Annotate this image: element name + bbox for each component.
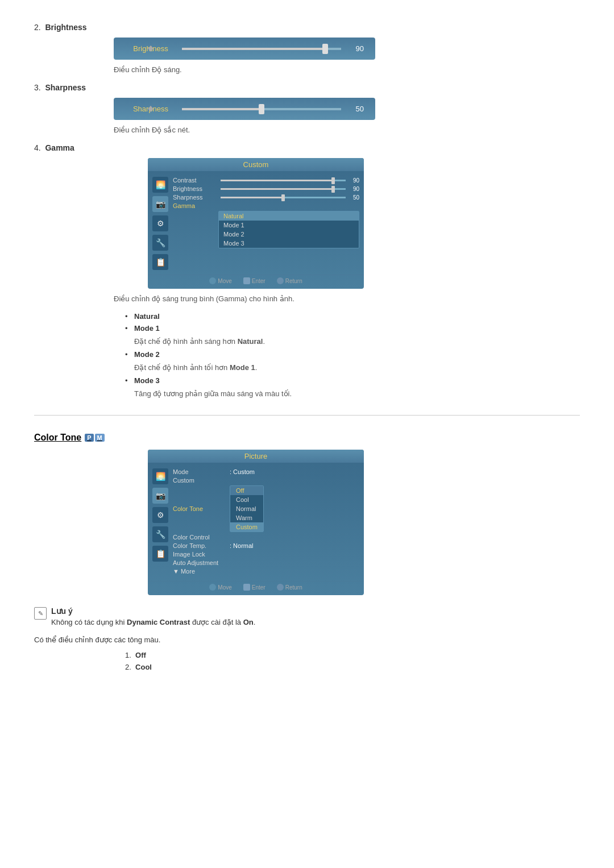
- osd-gamma-label: Gamma: [173, 202, 218, 209]
- pic-row-more[interactable]: ▼ More: [173, 568, 359, 575]
- brightness-track[interactable]: [182, 48, 341, 50]
- gamma-number: 4. Gamma: [34, 143, 580, 152]
- bullet-mode1: Mode 1: [125, 324, 580, 333]
- osd-contrast-track: [221, 180, 346, 181]
- sharpness-thumb[interactable]: [259, 104, 264, 114]
- sharpness-fill: [182, 108, 262, 110]
- note-label: Lưu ý: [51, 607, 73, 616]
- colortone-custom[interactable]: Custom: [230, 522, 263, 531]
- sharpness-arrow-down[interactable]: [148, 109, 154, 112]
- bullet-mode3: Mode 3: [125, 376, 580, 385]
- osd-icon-5: 📋: [152, 254, 168, 270]
- pic-colortone-label: Color Tone: [173, 505, 230, 512]
- brightness-number: 2. Brightness: [34, 23, 580, 32]
- pic-icon-4: 🔧: [152, 526, 168, 542]
- gamma-dropdown[interactable]: Natural Mode 1 Mode 2 Mode 3: [218, 211, 359, 248]
- pic-mode-val: : Custom: [230, 468, 255, 475]
- sharpness-slider-box: Sharpness 50: [114, 98, 375, 120]
- note-content: Lưu ý Không có tác dụng khi Dynamic Cont…: [51, 607, 255, 626]
- sharpness-value: 50: [347, 105, 364, 113]
- pic-autoadjust-label: Auto Adjustment: [173, 559, 230, 566]
- footer-move: Move: [209, 277, 231, 284]
- osd-row-contrast: Contrast 90: [173, 177, 359, 184]
- item-off-label: Off: [135, 651, 146, 659]
- pic-mode-label: Mode: [173, 468, 230, 475]
- pic-colortemp-val: : Normal: [230, 542, 254, 549]
- note-on-value: On: [243, 618, 254, 626]
- pic-colortemp-label: Color Temp.: [173, 542, 230, 549]
- picture-osd-rows: Mode : Custom Custom Color Tone Off Cool…: [173, 466, 359, 579]
- brightness-slider-box: Brightness 90: [114, 38, 375, 60]
- colortone-normal[interactable]: Normal: [230, 504, 263, 513]
- osd-row-sharpness: Sharpness 50: [173, 194, 359, 201]
- sharpness-desc: Điều chỉnh Độ sắc nét.: [114, 126, 580, 134]
- gamma-desc: Điều chỉnh độ sáng trung bình (Gamma) ch…: [114, 294, 580, 303]
- colortone-warm[interactable]: Warm: [230, 513, 263, 522]
- pic-row-custom: Custom: [173, 477, 359, 484]
- can-adjust-text: Có thể điều chỉnh được các tông màu.: [34, 636, 580, 644]
- bullet-natural: Natural: [125, 312, 580, 321]
- pic-row-mode: Mode : Custom: [173, 468, 359, 475]
- colortone-off[interactable]: Off: [230, 486, 263, 495]
- osd-contrast-val: 90: [348, 177, 359, 184]
- osd-icon-2: 📷: [152, 196, 168, 212]
- gamma-osd-rows: Contrast 90 Brightness 90: [173, 175, 359, 272]
- picture-osd-title: Picture: [148, 450, 364, 463]
- colortone-cool[interactable]: Cool: [230, 495, 263, 504]
- footer-return: Return: [277, 277, 302, 284]
- pic-row-colorcontrol: Color Control: [173, 534, 359, 541]
- osd-brightness-fill: [221, 188, 333, 190]
- dropdown-mode2[interactable]: Mode 2: [219, 230, 359, 239]
- gamma-osd-content: 🌅 📷 ⚙ 🔧 📋 Contrast 90 Brigh: [148, 175, 364, 272]
- pic-icon-5: 📋: [152, 546, 168, 562]
- gamma-bullet-list2: Mode 2: [125, 350, 580, 359]
- section-divider: [34, 415, 580, 416]
- brightness-arrow-down[interactable]: [148, 48, 154, 52]
- sharpness-section: 3. Sharpness Sharpness 50 Điều chỉnh Độ …: [34, 83, 580, 134]
- osd-sharpness-thumb: [281, 194, 285, 201]
- brightness-value: 90: [347, 44, 364, 53]
- gamma-section: 4. Gamma Custom 🌅 📷 ⚙ 🔧 📋 Contrast: [34, 143, 580, 398]
- badge-m: M: [95, 434, 105, 442]
- dropdown-mode3[interactable]: Mode 3: [219, 239, 359, 248]
- gamma-osd: Custom 🌅 📷 ⚙ 🔧 📋 Contrast 90: [148, 158, 364, 289]
- pic-colorcontrol-label: Color Control: [173, 534, 230, 541]
- osd-brightness-track: [221, 188, 346, 190]
- enter-icon: [243, 277, 250, 284]
- colortone-dropdown[interactable]: Off Cool Normal Warm Custom: [230, 485, 264, 532]
- pic-more-label[interactable]: ▼ More: [173, 568, 230, 575]
- color-tone-title: Color Tone: [34, 433, 81, 443]
- badge-p: P: [85, 434, 93, 442]
- osd-row-brightness: Brightness 90: [173, 185, 359, 192]
- sharpness-track[interactable]: [182, 108, 341, 110]
- mode2-desc: Đặt chế độ hình ảnh tối hơn Mode 1.: [134, 363, 580, 372]
- osd-brightness-label: Brightness: [173, 185, 218, 192]
- osd-brightness-thumb: [331, 186, 335, 193]
- dropdown-mode1[interactable]: Mode 1: [219, 221, 359, 230]
- sharpness-label: Sharpness: [45, 83, 86, 92]
- brightness-desc: Điều chỉnh Độ sáng.: [114, 65, 580, 74]
- picture-osd-footer: Move Enter Return: [148, 581, 364, 591]
- color-tone-section: Color Tone P M Picture 🌅 📷 ⚙ 🔧 📋 Mode : …: [34, 433, 580, 671]
- pic-imagelock-label: Image Lock: [173, 551, 230, 558]
- pic-icon-2: 📷: [152, 488, 168, 504]
- item-cool-label: Cool: [135, 663, 152, 671]
- gamma-bullet-list: Natural Mode 1: [125, 312, 580, 333]
- brightness-thumb[interactable]: [322, 44, 328, 54]
- dropdown-natural[interactable]: Natural: [219, 211, 359, 221]
- osd-sharpness-val: 50: [348, 194, 359, 201]
- move-icon: [209, 277, 216, 284]
- note-box: ✎ Lưu ý Không có tác dụng khi Dynamic Co…: [34, 607, 580, 626]
- pic-custom-label: Custom: [173, 477, 230, 484]
- brightness-section: 2. Brightness Brightness 90 Điều chỉnh Đ…: [34, 23, 580, 74]
- bullet-mode2: Mode 2: [125, 350, 580, 359]
- list-item-off: 1. Off: [125, 651, 580, 659]
- pic-icon-3: ⚙: [152, 507, 168, 523]
- color-tone-heading: Color Tone P M: [34, 433, 580, 443]
- osd-contrast-fill: [221, 180, 333, 181]
- color-tone-numbered-list: 1. Off 2. Cool: [125, 651, 580, 671]
- osd-icon-1: 🌅: [152, 177, 168, 193]
- note-dynamic-contrast: Dynamic Contrast: [127, 618, 190, 626]
- pic-footer-enter: Enter: [243, 584, 265, 591]
- picture-osd: Picture 🌅 📷 ⚙ 🔧 📋 Mode : Custom Custom C…: [148, 450, 364, 595]
